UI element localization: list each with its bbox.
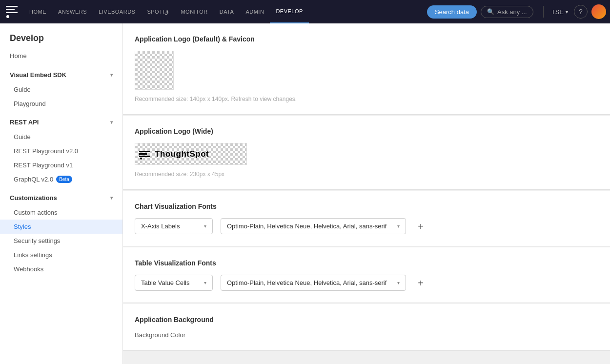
top-nav: HOME ANSWERS LIVEBOARDS SPOTIق MONITOR D… [0,0,610,23]
chevron-down-icon: ▾ [110,195,113,201]
sidebar-item-rest-playground-v1[interactable]: REST Playground v1 [0,158,122,172]
chevron-down-icon: ▾ [204,223,206,229]
avatar[interactable] [591,4,606,19]
beta-badge: Beta [56,176,72,183]
table-font-add-button[interactable]: + [414,276,427,290]
thoughtspot-text: ThoughtSpot [155,149,209,159]
ts-logo-icon [139,151,150,157]
table-fonts-controls: Table Value Cells ▾ Optimo-Plain, Helvet… [135,275,598,291]
sidebar-item-rest-playground-v2[interactable]: REST Playground v2.0 [0,144,122,158]
sidebar-section-visual-embed-sdk: Visual Embed SDK ▾ Guide Playground [0,67,122,111]
table-font-family-label: Optimo-Plain, Helvetica Neue, Helvetica,… [227,279,386,286]
sidebar-section-header-rest[interactable]: REST API ▾ [0,115,122,130]
app-logo-default-preview [135,51,174,90]
nav-item-answers[interactable]: ANSWERS [52,0,93,23]
app-logo-wide-hint: Recommended size: 230px x 45px [135,171,598,178]
chevron-down-icon: ▾ [204,280,206,285]
chevron-down-icon: ▾ [110,72,113,78]
table-font-family-dropdown[interactable]: Optimo-Plain, Helvetica Neue, Helvetica,… [221,275,406,291]
chevron-down-icon: ▾ [566,9,568,15]
sidebar-section-header-visual-embed[interactable]: Visual Embed SDK ▾ [0,67,122,82]
search-data-button[interactable]: Search data [427,5,477,19]
chevron-down-icon: ▾ [110,120,113,125]
nav-item-home[interactable]: HOME [23,0,52,23]
nav-item-data[interactable]: DATA [214,0,240,23]
nav-item-liveboards[interactable]: LIVEBOARDS [93,0,141,23]
app-logo-wide-card: Application Logo (Wide) ThoughtSpot Reco… [123,116,610,190]
nav-logo[interactable] [4,4,20,20]
chart-font-family-label: Optimo-Plain, Helvetica Neue, Helvetica,… [227,222,386,230]
nav-item-spotiq[interactable]: SPOTIق [141,0,175,23]
chart-fonts-card: Chart Visualization Fonts X-Axis Labels … [123,191,610,246]
chart-font-add-button[interactable]: + [414,220,427,233]
sidebar-item-guide-embed[interactable]: Guide [0,82,122,97]
help-icon: ? [579,8,583,16]
nav-item-monitor[interactable]: MONITOR [175,0,213,23]
sidebar-item-guide-rest[interactable]: Guide [0,130,122,144]
sidebar: Develop Home Visual Embed SDK ▾ Guide Pl… [0,23,123,364]
app-logo-default-hint: Recommended size: 140px x 140px. Refresh… [135,96,598,102]
graphql-label: GraphQL v2.0 [14,176,53,183]
sidebar-item-custom-actions[interactable]: Custom actions [0,205,122,220]
tse-menu[interactable]: TSE ▾ [548,8,572,16]
chart-fonts-title: Chart Visualization Fonts [135,202,598,210]
sidebar-title: Develop [0,23,122,48]
app-background-title: Application Background [135,316,598,324]
nav-item-admin[interactable]: ADMIN [240,0,270,23]
app-logo-default-title: Application Logo (Default) & Favicon [135,35,598,43]
sidebar-item-webhooks[interactable]: Webhooks [0,262,122,276]
visual-embed-sdk-label: Visual Embed SDK [10,71,66,79]
chart-font-type-dropdown[interactable]: X-Axis Labels ▾ [135,218,213,234]
table-font-type-label: Table Value Cells [141,279,189,286]
app-logo-wide-preview: ThoughtSpot [135,143,247,165]
sidebar-item-styles[interactable]: Styles [0,220,122,234]
app-background-card: Application Background Background Color [123,304,610,351]
customizations-label: Customizations [10,194,57,202]
sidebar-item-security-settings[interactable]: Security settings [0,234,122,248]
svg-rect-1 [6,9,15,10]
tse-label: TSE [551,8,564,16]
svg-rect-2 [6,12,18,13]
sidebar-item-playground[interactable]: Playground [0,97,122,111]
chart-font-family-dropdown[interactable]: Optimo-Plain, Helvetica Neue, Helvetica,… [221,218,406,234]
sidebar-section-rest-api: REST API ▾ Guide REST Playground v2.0 RE… [0,115,122,186]
help-button[interactable]: ? [574,5,588,19]
nav-items: HOME ANSWERS LIVEBOARDS SPOTIق MONITOR D… [23,0,427,23]
table-fonts-title: Table Visualization Fonts [135,259,598,267]
nav-item-develop[interactable]: DEVELOP [270,0,308,23]
nav-divider [543,6,544,18]
chart-font-type-label: X-Axis Labels [141,222,180,230]
thoughtspot-logo-overlay: ThoughtSpot [139,149,209,159]
table-font-type-dropdown[interactable]: Table Value Cells ▾ [135,275,213,291]
svg-rect-0 [6,6,18,7]
sidebar-item-links-settings[interactable]: Links settings [0,248,122,262]
chart-fonts-controls: X-Axis Labels ▾ Optimo-Plain, Helvetica … [135,218,598,234]
app-logo-default-card: Application Logo (Default) & Favicon Rec… [123,23,610,115]
chevron-down-icon: ▾ [397,223,400,229]
table-fonts-card: Table Visualization Fonts Table Value Ce… [123,247,610,303]
app-logo-wide-title: Application Logo (Wide) [135,127,598,135]
sidebar-item-home[interactable]: Home [0,48,122,63]
rest-api-label: REST API [10,119,39,126]
ask-any-label: Ask any ... [497,8,527,16]
chevron-down-icon: ▾ [397,280,400,285]
sidebar-section-header-customizations[interactable]: Customizations ▾ [0,190,122,205]
search-icon: 🔍 [487,8,494,15]
background-color-label: Background Color [135,331,598,339]
main-content: Application Logo (Default) & Favicon Rec… [123,23,610,364]
svg-point-3 [6,15,9,18]
sidebar-section-customizations: Customizations ▾ Custom actions Styles S… [0,190,122,276]
ask-any-button[interactable]: 🔍 Ask any ... [481,6,533,18]
sidebar-item-graphql-v2[interactable]: GraphQL v2.0 Beta [0,172,122,186]
